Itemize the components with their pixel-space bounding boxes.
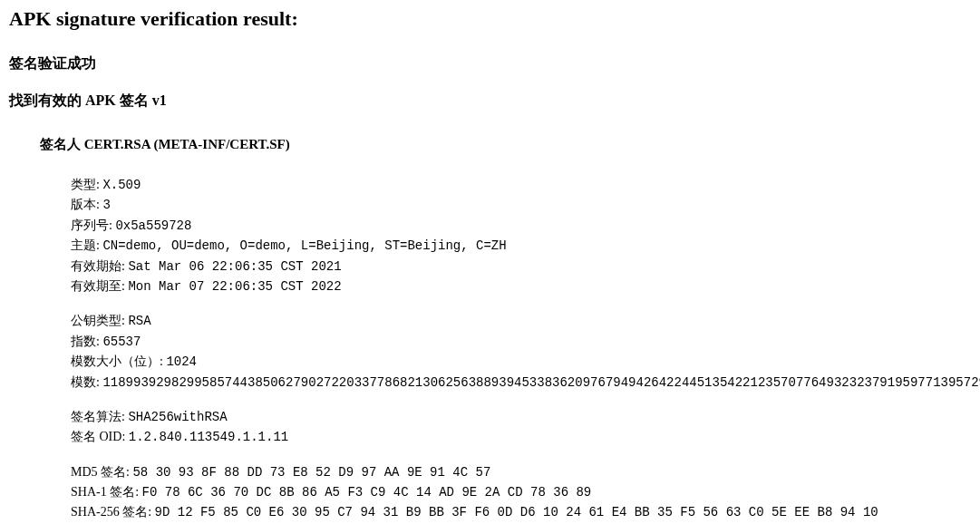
page-title: APK signature verification result: (9, 7, 971, 31)
sigalg-value: SHA256withRSA (128, 410, 227, 424)
signature-found: 找到有效的 APK 签名 v1 (9, 92, 971, 111)
pubkey-modulus-row: 模数: 118993929829958574438506279027220337… (71, 373, 971, 393)
pubkey-modulus-value: 1189939298299585744385062790272203377868… (102, 375, 980, 390)
cert-serial-value: 0x5a559728 (115, 218, 191, 233)
pubkey-exponent-value: 65537 (102, 335, 141, 349)
pubkey-exponent-label: 指数: (71, 335, 102, 348)
pubkey-modsize-row: 模数大小（位）: 1024 (71, 352, 971, 372)
sha1-row: SHA-1 签名: F0 78 6C 36 70 DC 8B 86 A5 F3 … (71, 482, 971, 502)
cert-valid-to-row: 有效期至: Mon Mar 07 22:06:35 CST 2022 (71, 277, 971, 296)
cert-subject-label: 主题: (71, 238, 102, 252)
cert-version-label: 版本: (71, 198, 102, 211)
cert-subject-value: CN=demo, OU=demo, O=demo, L=Beijing, ST=… (102, 238, 506, 253)
cert-valid-to-value: Mon Mar 07 22:06:35 CST 2022 (128, 279, 341, 294)
md5-row: MD5 签名: 58 30 93 8F 88 DD 73 E8 52 D9 97… (71, 462, 971, 482)
cert-type-label: 类型: (71, 178, 102, 191)
pubkey-modsize-value: 1024 (166, 354, 197, 369)
cert-version-value: 3 (102, 198, 110, 212)
cert-valid-to-label: 有效期至: (71, 279, 128, 293)
sha256-row: SHA-256 签名: 9D 12 F5 85 C0 E6 30 95 C7 9… (71, 502, 971, 522)
sigoid-label: 签名 OID: (71, 430, 129, 443)
cert-serial-label: 序列号: (71, 218, 115, 232)
cert-type-row: 类型: X.509 (71, 175, 971, 195)
cert-serial-row: 序列号: 0x5a559728 (71, 216, 971, 236)
cert-subject-row: 主题: CN=demo, OU=demo, O=demo, L=Beijing,… (71, 236, 971, 256)
pubkey-modulus-label: 模数: (71, 375, 102, 389)
verification-status: 签名验证成功 (9, 54, 971, 73)
sha1-value: F0 78 6C 36 70 DC 8B 86 A5 F3 C9 4C 14 A… (142, 485, 592, 500)
sigoid-value: 1.2.840.113549.1.1.11 (129, 430, 288, 444)
sha256-value: 9D 12 F5 85 C0 E6 30 95 C7 94 31 B9 BB 3… (155, 505, 878, 519)
sigalg-label: 签名算法: (71, 410, 128, 423)
cert-section-fingerprints: MD5 签名: 58 30 93 8F 88 DD 73 E8 52 D9 97… (71, 462, 971, 523)
cert-section-basic: 类型: X.509 版本: 3 序列号: 0x5a559728 主题: CN=d… (71, 175, 971, 296)
cert-version-row: 版本: 3 (71, 195, 971, 215)
certificate-details: 类型: X.509 版本: 3 序列号: 0x5a559728 主题: CN=d… (71, 175, 971, 523)
sha1-label: SHA-1 签名: (71, 485, 142, 499)
pubkey-exponent-row: 指数: 65537 (71, 332, 971, 352)
cert-section-pubkey: 公钥类型: RSA 指数: 65537 模数大小（位）: 1024 模数: 11… (71, 311, 971, 393)
signer-heading: 签名人 CERT.RSA (META-INF/CERT.SF) (40, 136, 971, 153)
cert-valid-from-row: 有效期始: Sat Mar 06 22:06:35 CST 2021 (71, 257, 971, 277)
cert-valid-from-value: Sat Mar 06 22:06:35 CST 2021 (128, 259, 341, 274)
sigalg-row: 签名算法: SHA256withRSA (71, 407, 971, 427)
sha256-label: SHA-256 签名: (71, 505, 155, 519)
pubkey-type-value: RSA (128, 314, 150, 328)
cert-type-value: X.509 (102, 178, 141, 192)
md5-value: 58 30 93 8F 88 DD 73 E8 52 D9 97 AA 9E 9… (132, 465, 490, 480)
cert-valid-from-label: 有效期始: (71, 259, 128, 273)
md5-label: MD5 签名: (71, 465, 132, 479)
pubkey-modsize-label: 模数大小（位）: (71, 354, 166, 368)
pubkey-type-label: 公钥类型: (71, 314, 128, 327)
pubkey-type-row: 公钥类型: RSA (71, 311, 971, 331)
sigoid-row: 签名 OID: 1.2.840.113549.1.1.11 (71, 427, 971, 447)
cert-section-sigalg: 签名算法: SHA256withRSA 签名 OID: 1.2.840.1135… (71, 407, 971, 448)
